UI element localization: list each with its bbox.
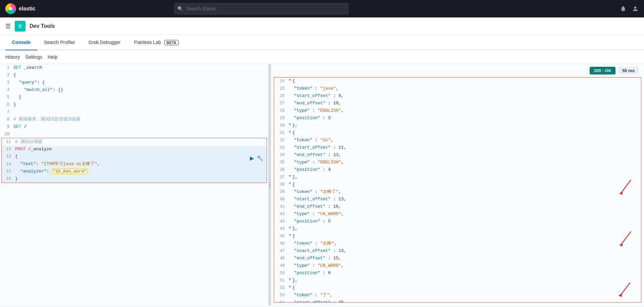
line-content: "match_all": {} (13, 86, 268, 94)
line-content: "end_offset" : 13, (289, 151, 641, 159)
line-number: 11 (2, 138, 15, 146)
line-number: 46 (274, 240, 289, 247)
resize-dots (269, 182, 270, 187)
line-number: 15 (2, 168, 15, 175)
response-line-42: 42 "type" : "CN_WORD", (274, 210, 641, 218)
svg-marker-3 (619, 192, 623, 195)
response-body[interactable]: 24 ▼ { 25 "token" : "java", 26 "start_of… (274, 77, 641, 303)
response-line-44: 44 ▼ }, (274, 225, 641, 233)
tab-painless-lab[interactable]: Painless Lab BETA (127, 35, 185, 50)
response-line-40: 40 "start_offset" : 13, (274, 196, 641, 203)
code-line-6: 6 } (0, 101, 268, 108)
line-content: "start_offset" : 13, (289, 196, 641, 203)
code-line-12: 12 POST /_analyze (2, 146, 267, 153)
line-content: "start_offset" : 11, (289, 144, 641, 151)
line-content: { (292, 284, 641, 292)
response-line-47: 47 "start_offset" : 13, (274, 247, 641, 255)
run-button[interactable]: ▶ (250, 155, 254, 161)
response-pane: 200 - OK 55 ms 24 ▼ { 25 "token" : "java… (271, 64, 644, 305)
fold-icon[interactable]: ▼ (289, 173, 291, 180)
line-number: 1 (0, 64, 13, 71)
elastic-text: elastic (19, 6, 36, 12)
line-content: "token" : "java", (289, 85, 641, 92)
response-line-54: 54 "start_offset" : 15, (274, 299, 641, 303)
resize-dot (269, 186, 270, 187)
fold-icon[interactable]: ▼ (289, 233, 291, 239)
code-line-4: 4 "match_all": {} (0, 86, 268, 94)
help-button[interactable]: Help (48, 53, 57, 61)
wrench-button[interactable]: 🔧 (257, 155, 263, 161)
tab-grok-debugger[interactable]: Grok Debugger (82, 35, 127, 50)
user-icon[interactable] (632, 5, 639, 12)
tab-search-profiler[interactable]: Search Profiler (37, 35, 82, 50)
line-number: 38 (274, 181, 289, 188)
response-line-38: 38 ▼ { (274, 181, 641, 188)
line-number: 13 (2, 153, 15, 160)
fold-icon[interactable]: ▼ (289, 284, 291, 290)
code-editor[interactable]: 1 GET _search 2 { 3 "query": { 4 "match_… (0, 64, 268, 305)
status-badge: 200 - OK (590, 67, 615, 74)
line-content: }, (292, 122, 641, 129)
beta-badge: BETA (164, 40, 179, 45)
code-line-5: 5 } (0, 94, 268, 101)
hamburger-menu-button[interactable]: ☰ (5, 22, 11, 30)
highlighted-value: "ik_max_word" (52, 168, 88, 174)
line-content: { (292, 78, 641, 85)
response-line-28: 28 "type" : "ENGLISH", (274, 107, 641, 114)
line-number: 49 (274, 262, 289, 269)
line-number: 33 (274, 144, 289, 151)
line-number: 24 (274, 78, 289, 85)
fold-icon[interactable]: ▼ (289, 181, 291, 187)
active-block: 11 # 测试分词器 12 POST /_analyze 13 { 14 "te… (1, 138, 267, 183)
code-line-14: 14 "text": "ITHM学习java-sc太棒了", (2, 160, 267, 168)
history-button[interactable]: History (5, 53, 20, 61)
line-number: 14 (2, 160, 15, 168)
line-number: 10 (0, 131, 13, 138)
line-content: GET / (13, 123, 268, 131)
line-content: "position" : 4 (289, 166, 641, 173)
notifications-icon[interactable] (620, 5, 627, 12)
tab-bar: Console Search Profiler Grok Debugger Pa… (0, 35, 644, 50)
line-number: 50 (274, 269, 289, 277)
line-content: POST /_analyze (15, 146, 267, 153)
fold-icon[interactable]: ▼ (289, 78, 291, 84)
fold-icon[interactable]: ▼ (289, 129, 291, 135)
response-line-36: 36 "position" : 4 (274, 166, 641, 173)
code-line-9: 9 GET / (0, 123, 268, 131)
elastic-logo-circle (5, 3, 16, 14)
toolbar: History Settings Help (0, 50, 644, 64)
response-line-31: 31 ▼ { (274, 129, 641, 137)
line-number: 26 (274, 92, 289, 100)
line-number: 39 (274, 188, 289, 196)
fold-icon[interactable]: ▼ (289, 122, 291, 128)
fold-icon[interactable]: ▼ (289, 277, 291, 283)
code-line-8: 8 # 模拟请求，测试ES是否成功连接 (0, 116, 268, 123)
svg-line-6 (620, 283, 630, 296)
line-number: 34 (274, 151, 289, 159)
line-content: }, (292, 277, 641, 284)
svg-marker-7 (618, 294, 622, 297)
line-number: 52 (274, 284, 289, 292)
line-number: 44 (274, 225, 289, 233)
line-content: "analyzer": "ik_max_word" (15, 168, 267, 175)
global-search-bar[interactable]: 🔍 (174, 3, 348, 14)
line-number: 7 (0, 108, 13, 116)
line-content: "end_offset" : 10, (289, 100, 641, 107)
page-title: Dev Tools (30, 23, 55, 29)
code-line-15: 15 "analyzer": "ik_max_word" (2, 168, 267, 175)
line-content: # 模拟请求，测试ES是否成功连接 (13, 116, 268, 123)
line-content: "query": { (13, 79, 268, 86)
response-line-49: 49 "type" : "CN_WORD", (274, 262, 641, 269)
fold-icon[interactable]: ▼ (289, 225, 291, 231)
tab-console[interactable]: Console (5, 35, 37, 50)
line-number: 4 (0, 86, 13, 94)
top-bar-right (620, 5, 639, 12)
response-line-50: 50 "position" : 6 (274, 269, 641, 277)
response-line-24: 24 ▼ { (274, 78, 641, 85)
global-search-input[interactable] (174, 3, 348, 14)
settings-button[interactable]: Settings (25, 53, 43, 61)
line-content: { (292, 129, 641, 137)
resize-handle[interactable] (268, 64, 271, 305)
response-line-33: 33 "start_offset" : 11, (274, 144, 641, 151)
line-number: 35 (274, 159, 289, 166)
